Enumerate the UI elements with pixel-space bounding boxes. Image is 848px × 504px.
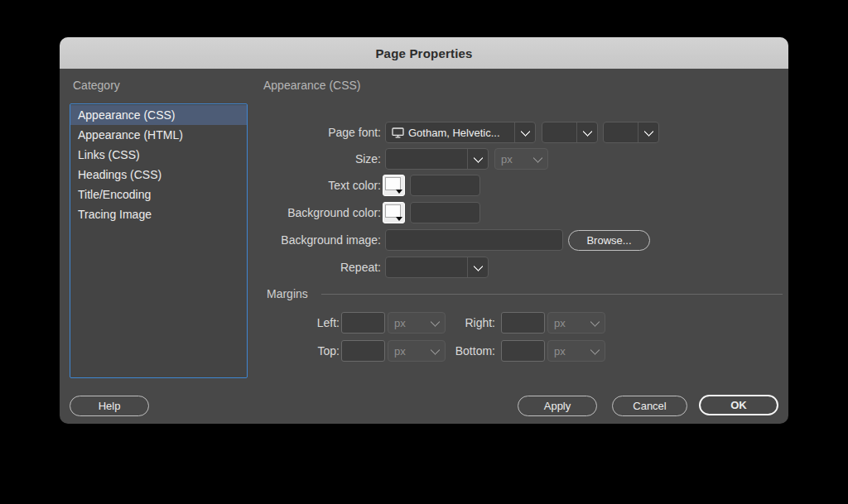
font-style-select[interactable] — [542, 122, 598, 143]
margin-bottom-label: Bottom: — [407, 340, 495, 362]
text-color-swatch[interactable] — [383, 175, 405, 196]
chevron-down-icon — [473, 152, 484, 163]
page-font-select[interactable]: Gotham, Helvetic... — [385, 122, 536, 143]
display-icon — [392, 127, 404, 138]
background-image-input[interactable] — [385, 229, 563, 251]
font-style-value — [542, 122, 576, 142]
margin-right-unit-select: px — [547, 312, 605, 334]
font-weight-select[interactable] — [603, 122, 659, 143]
size-value — [386, 149, 467, 169]
page-font-label: Page font: — [151, 122, 381, 143]
background-image-label: Background image: — [151, 229, 381, 251]
ok-button[interactable]: OK — [699, 395, 778, 415]
size-unit-select: px — [494, 148, 548, 170]
chevron-down-icon — [520, 126, 531, 137]
margin-bottom-unit: px — [548, 341, 585, 361]
margin-right-input[interactable] — [501, 312, 545, 334]
margin-top-label: Top: — [265, 340, 340, 362]
chevron-down-icon — [532, 152, 543, 163]
size-unit-value: px — [495, 149, 528, 169]
size-select[interactable] — [385, 148, 489, 170]
text-color-input[interactable] — [410, 175, 480, 196]
margin-left-input[interactable] — [341, 312, 385, 334]
panel-header: Appearance (CSS) — [263, 79, 361, 92]
margin-bottom-unit-select: px — [547, 340, 605, 362]
text-color-label: Text color: — [151, 175, 381, 196]
margin-right-label: Right: — [407, 312, 495, 334]
margins-divider — [321, 294, 783, 295]
margin-left-label: Left: — [265, 312, 340, 334]
font-weight-value — [604, 122, 638, 142]
background-color-label: Background color: — [151, 202, 381, 223]
titlebar[interactable]: Page Properties — [60, 37, 788, 69]
repeat-value — [386, 257, 467, 277]
browse-button[interactable]: Browse... — [568, 230, 650, 251]
chevron-down-icon — [590, 344, 600, 355]
background-color-swatch[interactable] — [383, 202, 405, 223]
chevron-down-icon — [473, 261, 484, 271]
dialog-title: Page Properties — [375, 46, 472, 60]
margin-right-unit: px — [548, 313, 585, 333]
apply-button[interactable]: Apply — [518, 396, 597, 416]
category-header: Category — [73, 79, 120, 92]
help-button[interactable]: Help — [70, 396, 149, 416]
chevron-down-icon — [582, 126, 593, 137]
margin-bottom-input[interactable] — [501, 340, 545, 362]
chevron-down-icon — [590, 316, 600, 327]
page-font-value: Gotham, Helvetic... — [408, 127, 500, 139]
size-label: Size: — [151, 148, 381, 170]
repeat-select[interactable] — [385, 257, 489, 278]
chevron-down-icon — [643, 126, 654, 137]
background-color-input[interactable] — [410, 202, 480, 223]
cancel-button[interactable]: Cancel — [612, 396, 687, 416]
repeat-label: Repeat: — [151, 257, 381, 278]
page-properties-dialog: Page Properties Category Appearance (CSS… — [60, 37, 788, 424]
margins-header: Margins — [267, 287, 308, 300]
margin-top-input[interactable] — [341, 340, 385, 362]
